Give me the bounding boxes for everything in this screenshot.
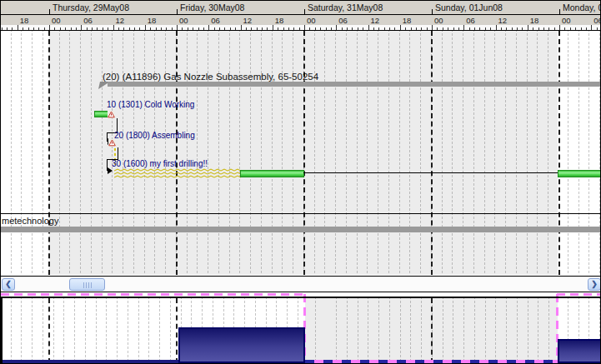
ruler-tick (123, 27, 124, 30)
op30-bar-continued[interactable] (558, 170, 601, 177)
ruler-tick (368, 25, 369, 30)
resource-row-bar[interactable] (1, 227, 601, 232)
ruler-tick (570, 27, 571, 30)
row-separator (1, 213, 601, 214)
ruler-tick (347, 27, 348, 30)
ruler-tick (591, 25, 592, 30)
ruler-tick (60, 27, 61, 30)
op30-bar[interactable] (240, 170, 304, 177)
horizontal-scrollbar[interactable]: ❮ ❯ (1, 276, 601, 292)
ruler-tick (161, 27, 162, 30)
date-label: Thursday, 29May08 (53, 2, 129, 12)
hour-label: 18 (148, 16, 157, 25)
histogram-day-gridline (431, 298, 433, 363)
scrollbar-thumb[interactable] (69, 278, 105, 291)
ruler-tick (293, 27, 294, 30)
hour-label: 00 (434, 16, 443, 25)
ruler-tick (44, 27, 45, 30)
ruler-tick (416, 27, 417, 30)
ruler-tick (166, 27, 167, 30)
ruler-tick (235, 27, 236, 30)
scroll-left-button[interactable]: ❮ (2, 278, 15, 291)
date-label: Saturday, 31May08 (308, 2, 383, 12)
day-tick (49, 9, 50, 14)
hour-label: 12 (371, 16, 380, 25)
ruler-tick (564, 27, 565, 30)
panel-divider (1, 292, 601, 292)
ruler-tick (443, 27, 443, 30)
ruler-tick (448, 27, 448, 30)
ruler-tick (331, 27, 332, 30)
ruler-tick (262, 27, 263, 30)
ruler-tick (575, 27, 576, 30)
ruler-tick (214, 27, 215, 30)
gantt-bg-left (1, 31, 49, 275)
weekend-zero-load-dashes (305, 360, 558, 363)
ruler-tick (71, 27, 72, 30)
ruler-tick (586, 27, 587, 30)
op20-label: 20 (1800) Assembling (114, 131, 195, 140)
ruler-tick (326, 27, 327, 30)
hour-label: 06 (83, 16, 93, 25)
day-tick (559, 9, 560, 14)
warning-icon[interactable] (108, 139, 116, 147)
ruler-tick (458, 27, 459, 30)
date-label: Friday, 30May08 (180, 2, 244, 12)
ruler-tick (7, 27, 8, 30)
ruler-tick (554, 27, 555, 30)
load-bar-friday (178, 327, 305, 363)
ruler-tick (304, 25, 305, 30)
ruler-tick (182, 27, 183, 30)
hour-label: 00 (179, 16, 188, 25)
ruler-tick (283, 27, 284, 30)
hour-label: 18 (20, 16, 29, 25)
ruler-tick (363, 27, 363, 30)
ruler-tick (2, 27, 3, 30)
op30-setup-zigzag-bar[interactable] (114, 168, 241, 178)
warning-icon[interactable] (108, 111, 115, 118)
ruler-tick (597, 27, 598, 30)
ruler-tick (97, 27, 98, 30)
ruler-tick (251, 27, 252, 30)
ruler-tick (92, 27, 93, 30)
ruler-tick (320, 27, 321, 30)
ruler-tick (384, 27, 385, 30)
ruler-tick (373, 27, 374, 30)
capacity-line-top-right (557, 293, 601, 296)
timeline-date-header: Thursday, 29May08Friday, 30May08Saturday… (1, 1, 601, 15)
ruler-tick (208, 25, 209, 30)
hour-label: 00 (307, 16, 316, 25)
ruler-tick (23, 27, 23, 30)
ruler-tick (76, 27, 77, 30)
ruler-tick (421, 27, 422, 30)
ruler-tick (581, 27, 582, 30)
histogram-day-gridline (176, 298, 178, 363)
ruler-tick (267, 27, 268, 30)
ruler-tick (559, 25, 560, 30)
summary-label: (20) (A11896) Gas Nozzle Subassembly, 65… (103, 72, 318, 82)
ruler-tick (241, 25, 242, 30)
ruler-tick (342, 27, 343, 30)
summary-bar[interactable] (108, 82, 601, 87)
ruler-tick (188, 27, 188, 30)
op30-label: 30 (1600) my first drilling!! (112, 159, 208, 168)
hour-label: 00 (562, 16, 571, 25)
ruler-tick (230, 27, 231, 30)
ruler-tick (479, 27, 480, 30)
ruler-tick (87, 27, 88, 30)
ruler-tick (18, 25, 18, 30)
ruler-tick (108, 27, 108, 30)
ruler-tick (65, 27, 66, 30)
capacity-line-top-left (1, 293, 306, 296)
hour-label: 18 (275, 16, 284, 25)
ruler-tick (49, 25, 50, 30)
ruler-tick (150, 27, 151, 30)
scroll-right-button[interactable]: ❯ (588, 278, 601, 291)
hour-label: 12 (498, 16, 508, 25)
ruler-tick (278, 27, 278, 30)
ruler-tick (548, 27, 549, 30)
ruler-tick (81, 25, 82, 30)
ruler-tick (257, 27, 258, 30)
hour-label: 18 (403, 16, 412, 25)
ruler-tick (336, 25, 337, 30)
